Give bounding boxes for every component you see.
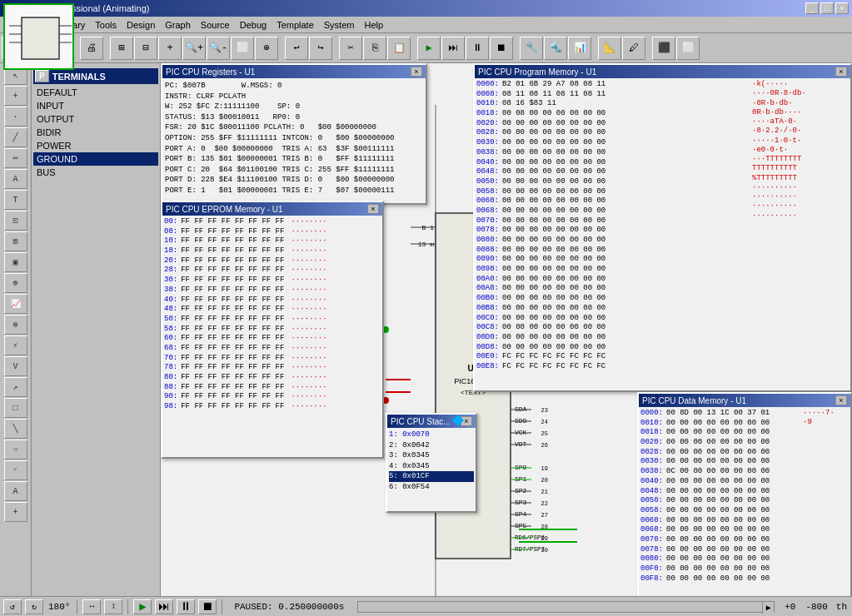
tb3[interactable]: +: [158, 37, 182, 60]
copy-btn[interactable]: ⎘: [363, 37, 386, 60]
zoom-fit-btn[interactable]: ⊕: [255, 37, 278, 60]
menu-debug[interactable]: Debug: [235, 18, 272, 32]
cut-btn[interactable]: ✂: [339, 37, 362, 60]
toolbar: 📄 📂 💾 🖨 ⊞ ⊟ + 🔍+ 🔍- ⬜ ⊕ ↩ ↪ ✂ ⎘ 📋 ▶ ⏭ ⏸ …: [0, 33, 852, 63]
zoom-in-btn[interactable]: 🔍+: [182, 37, 206, 60]
play-button[interactable]: ▶: [133, 599, 152, 614]
pause-btn[interactable]: ⏸: [466, 37, 489, 60]
menu-template[interactable]: Template: [272, 18, 319, 32]
mirror-h-button[interactable]: ↔: [82, 599, 101, 614]
terminal-tool[interactable]: ⊡: [4, 211, 27, 231]
terminal-input[interactable]: INPUT: [33, 99, 158, 112]
svg-text:19: 19: [541, 465, 548, 472]
svg-text:22: 22: [541, 500, 548, 507]
data-memory-window: PIC CPU Data Memory - U1 × 0000:00 8D 00…: [637, 392, 852, 596]
terminals-panel: P TERMINALS DEFAULT INPUT OUTPUT BIDIR P…: [32, 63, 161, 596]
volt-tool[interactable]: V: [4, 356, 27, 376]
run-btn[interactable]: ▶: [417, 37, 441, 60]
terminal-bidir[interactable]: BIDIR: [33, 126, 158, 139]
terminal-default[interactable]: DEFAULT: [33, 86, 158, 99]
tb10[interactable]: ⬜: [676, 37, 700, 60]
junction-tool[interactable]: ·: [4, 107, 27, 127]
svg-text:28: 28: [541, 524, 548, 530]
hier-tool[interactable]: ▣: [4, 252, 27, 272]
cpu-registers-close[interactable]: ×: [411, 67, 422, 77]
terminal-output[interactable]: OUTPUT: [33, 112, 158, 126]
program-memory-label: PIC CPU Program Memory - U1: [478, 67, 596, 77]
terminal-power[interactable]: POWER: [33, 139, 158, 152]
menu-design[interactable]: Design: [122, 18, 160, 32]
tb7[interactable]: 📐: [598, 37, 621, 60]
menu-system[interactable]: System: [319, 18, 360, 32]
menu-help[interactable]: Help: [359, 18, 388, 32]
tb4[interactable]: 🔧: [520, 37, 543, 60]
tb2[interactable]: ⊟: [134, 37, 157, 60]
bus-tool[interactable]: ═: [4, 148, 27, 168]
menu-graph[interactable]: Graph: [160, 18, 196, 32]
fill-tool[interactable]: A: [4, 481, 27, 501]
eprom-memory-content: 00:FF FF FF FF FF FF FF FF········ 08:FF…: [162, 216, 382, 457]
schematic-area[interactable]: PIC CPU Registers - U1 × PC: $007B W.MSG…: [161, 63, 852, 596]
tb5[interactable]: 🔩: [544, 37, 567, 60]
tape-tool[interactable]: ⊗: [4, 315, 27, 335]
close-button[interactable]: ×: [835, 2, 849, 14]
print-btn[interactable]: 🖨: [80, 37, 103, 60]
cpu-registers-label: PIC CPU Registers - U1: [166, 67, 255, 77]
stack-window: PIC CPU Stac... × 1: 0x0070 2: 0x0042 3:…: [386, 413, 477, 513]
svg-text:25: 25: [541, 430, 548, 437]
data-memory-close[interactable]: ×: [835, 395, 847, 405]
menu-tools[interactable]: Tools: [90, 18, 122, 32]
stop-button[interactable]: ⏹: [198, 599, 217, 614]
zoom-area-btn[interactable]: ⬜: [231, 37, 254, 60]
p-button[interactable]: P: [35, 70, 49, 82]
paste-btn[interactable]: 📋: [387, 37, 411, 60]
line-tool[interactable]: ╲: [4, 419, 27, 439]
eprom-memory-title[interactable]: PIC CPU EPROM Memory - U1 ×: [162, 202, 382, 216]
mirror-v-button[interactable]: ↕: [104, 599, 122, 614]
symbol-tool[interactable]: +: [4, 502, 27, 522]
main-area: ↖ + · ╱ ═ A T ⊡ ⊞ ▣ ⊕ 📈 ⊗ ⚡ V ↗ □ ╲ ○ ◜ …: [0, 63, 852, 596]
svg-text:20: 20: [541, 477, 548, 484]
label-tool[interactable]: A: [4, 169, 27, 189]
tb9[interactable]: ⬛: [652, 37, 675, 60]
redo-btn[interactable]: ↪: [309, 37, 332, 60]
program-memory-title[interactable]: PIC CPU Program Memory - U1 ×: [475, 65, 850, 78]
probe-tool[interactable]: ⊕: [4, 273, 27, 293]
cursor-tool[interactable]: ↗: [4, 377, 27, 397]
status-scrollbar[interactable]: ▶: [357, 601, 775, 613]
menu-source[interactable]: Source: [196, 18, 235, 32]
eprom-memory-close[interactable]: ×: [367, 204, 379, 214]
gen-tool[interactable]: ⚡: [4, 335, 27, 355]
rotate-ccw-button[interactable]: ↺: [3, 599, 22, 614]
circle-tool[interactable]: ○: [4, 440, 27, 460]
eprom-memory-window: PIC CPU EPROM Memory - U1 × 00:FF FF FF …: [161, 201, 384, 459]
tb1[interactable]: ⊞: [110, 37, 133, 60]
terminal-ground[interactable]: GROUND: [33, 152, 158, 166]
text-tool[interactable]: T: [4, 190, 27, 210]
port-tool[interactable]: ⊞: [4, 231, 27, 251]
minimize-button[interactable]: _: [805, 2, 819, 14]
box-tool[interactable]: □: [4, 398, 27, 418]
terminal-bus[interactable]: BUS: [33, 166, 158, 179]
tb8[interactable]: 🖊: [622, 37, 645, 60]
rotate-cw-button[interactable]: ↻: [25, 599, 43, 614]
step-btn[interactable]: ⏭: [441, 37, 465, 60]
component-tool[interactable]: +: [4, 86, 27, 106]
maximize-button[interactable]: □: [820, 2, 834, 14]
stop-btn[interactable]: ⏹: [490, 37, 513, 60]
left-sidebar: ↖ + · ╱ ═ A T ⊡ ⊞ ▣ ⊕ 📈 ⊗ ⚡ V ↗ □ ╲ ○ ◜ …: [0, 63, 32, 596]
program-memory-close[interactable]: ×: [835, 67, 847, 77]
zoom-out-btn[interactable]: 🔍-: [207, 37, 230, 60]
step-button[interactable]: ⏭: [155, 599, 173, 614]
menu-bar: File Edit Library Tools Design Graph Sou…: [0, 17, 852, 33]
program-memory-window: PIC CPU Program Memory - U1 × 0000:B2 01…: [473, 63, 852, 392]
data-memory-title[interactable]: PIC CPU Data Memory - U1 ×: [639, 394, 850, 407]
coord-y: -800: [802, 602, 830, 612]
arc-tool[interactable]: ◜: [4, 460, 27, 480]
undo-btn[interactable]: ↩: [285, 37, 308, 60]
pause-button[interactable]: ⏸: [177, 599, 195, 614]
wire-tool[interactable]: ╱: [4, 127, 27, 147]
tb6[interactable]: 📊: [568, 37, 591, 60]
cpu-registers-title[interactable]: PIC CPU Registers - U1 ×: [162, 65, 426, 78]
graph-tool[interactable]: 📈: [4, 294, 27, 314]
